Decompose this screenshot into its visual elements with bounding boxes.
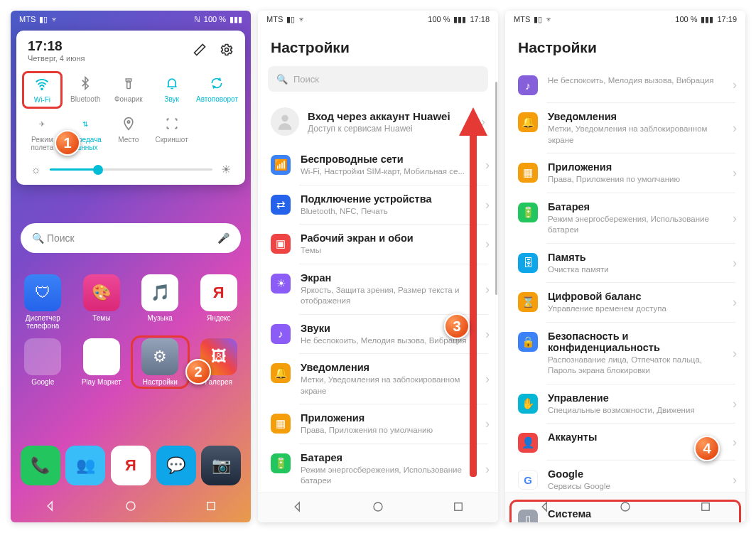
app-themes[interactable]: 🎨Темы — [75, 274, 129, 330]
chevron-right-icon: › — [482, 327, 490, 342]
dock-camera[interactable]: 📷 — [201, 446, 241, 485]
app-phone-manager[interactable]: 🛡Диспетчер телефона — [16, 274, 70, 330]
wifi-icon: ᯤ — [546, 15, 554, 23]
qs-flashlight[interactable]: Фонарик — [108, 71, 148, 109]
brightness-low-icon: ☼ — [31, 163, 41, 176]
row-subtitle: Системная навигация, Обновление ПО, О те… — [548, 521, 720, 522]
data-icon: ⇅ — [77, 116, 93, 131]
brightness-slider[interactable]: ☼ ☀ — [22, 156, 239, 179]
app-yandex[interactable]: ЯЯндекс — [193, 274, 246, 330]
qs-bluetooth[interactable]: Bluetooth — [65, 71, 106, 109]
chevron-right-icon: › — [730, 121, 737, 136]
chevron-right-icon: › — [482, 372, 490, 387]
row-subtitle: Не беспокоить, Мелодия вызова, Вибрация — [548, 75, 720, 87]
qs-sound[interactable]: Звук — [151, 71, 192, 109]
app-play-market[interactable]: ▶Play Маркет — [75, 338, 129, 386]
settings-row[interactable]: ▣Рабочий экран и обоиТемы› — [258, 225, 498, 264]
chevron-right-icon: › — [730, 256, 737, 271]
qs-label: Место — [118, 136, 139, 144]
nav-home[interactable] — [124, 500, 137, 515]
dock-messages[interactable]: 💬 — [156, 446, 196, 485]
row-title: Память — [548, 252, 720, 263]
qs-location[interactable]: Место — [108, 112, 148, 156]
mic-icon[interactable]: 🎤 — [217, 232, 230, 244]
nav-back[interactable] — [44, 500, 57, 515]
qs-screenshot[interactable]: Скриншот — [151, 112, 192, 156]
settings-row[interactable]: ▯СистемаСистемная навигация, Обновление … — [505, 500, 745, 522]
row-icon: G — [518, 470, 538, 490]
shade-date: Четверг, 4 июня — [28, 54, 85, 63]
gear-icon[interactable] — [220, 43, 234, 60]
battery-pct: 100 % — [428, 15, 450, 23]
app-music[interactable]: 🎵Музыка — [134, 274, 187, 330]
row-title: Беспроводные сети — [301, 154, 472, 165]
chevron-right-icon: › — [482, 158, 490, 173]
nav-home[interactable] — [372, 500, 384, 516]
screenshot-icon — [164, 116, 180, 131]
step-badge-3: 3 — [444, 313, 470, 339]
qs-label: Фонарик — [114, 95, 143, 103]
row-icon: ▦ — [518, 163, 538, 183]
row-title: Приложения — [301, 412, 472, 424]
settings-row[interactable]: 🔔УведомленияМетки, Уведомления на заблок… — [505, 103, 745, 154]
nav-recent[interactable] — [205, 500, 217, 515]
row-icon: 🔔 — [271, 363, 291, 383]
qs-wifi[interactable]: Wi-Fi — [22, 71, 63, 109]
page-title: Настройки — [505, 28, 745, 66]
status-bar: MTS ▮▯ ᯤ 100 % ▮▮▮ 17:18 — [258, 11, 498, 28]
battery-icon: ▮▮▮ — [230, 15, 242, 24]
row-icon: ▯ — [518, 510, 538, 522]
qs-empty — [195, 112, 239, 156]
app-settings[interactable]: ⚙Настройки — [134, 338, 187, 386]
row-title: Система — [548, 508, 720, 520]
settings-row[interactable]: 🔋БатареяРежим энергосбережения, Использо… — [258, 444, 498, 495]
row-subtitle: Wi-Fi, Настройки SIM-карт, Мобильная се.… — [301, 166, 472, 178]
row-subtitle: Bluetooth, NFC, Печать — [301, 206, 472, 217]
svg-rect-5 — [207, 502, 215, 510]
nav-recent[interactable] — [452, 500, 465, 516]
svg-point-3 — [127, 121, 129, 123]
qs-autorotate[interactable]: Автоповорот — [195, 71, 239, 109]
chevron-right-icon: › — [482, 282, 490, 297]
signal-icon: ▮▯ — [39, 15, 48, 24]
settings-row[interactable]: ▦ПриложенияПрава, Приложения по умолчани… — [505, 154, 745, 193]
battery-icon: ▮▮▮ — [453, 15, 466, 24]
row-title: Уведомления — [548, 111, 720, 122]
bell-icon — [164, 75, 180, 91]
svg-point-0 — [225, 48, 229, 51]
settings-row[interactable]: ▦ПриложенияПрава, Приложения по умолчани… — [258, 404, 498, 444]
dock-phone[interactable]: 📞 — [21, 446, 60, 485]
settings-row[interactable]: ☀ЭкранЯркость, Защита зрения, Размер тек… — [258, 264, 498, 315]
avatar-icon — [271, 107, 299, 136]
app-google-folder[interactable]: Google — [16, 338, 70, 386]
settings-row[interactable]: ✋УправлениеСпециальные возможности, Движ… — [505, 384, 745, 424]
scrollbar[interactable] — [495, 82, 497, 480]
signal-icon: ▮▯ — [534, 15, 542, 24]
svg-point-1 — [41, 88, 43, 90]
row-icon: 📶 — [271, 155, 291, 175]
carrier-label: MTS — [266, 15, 283, 23]
settings-row[interactable]: 🔒Безопасность и конфиденциальностьРаспоз… — [505, 323, 745, 384]
row-title: Батарея — [301, 452, 472, 463]
home-search[interactable]: 🔍 Поиск 🎤 — [21, 223, 241, 253]
chevron-right-icon: › — [730, 211, 737, 226]
edit-icon[interactable] — [193, 43, 207, 60]
settings-row[interactable]: 📶Беспроводные сетиWi-Fi, Настройки SIM-к… — [258, 146, 498, 185]
settings-row[interactable]: ⇄Подключение устройстваBluetooth, NFC, П… — [258, 185, 498, 225]
settings-row[interactable]: 🗄ПамятьОчистка памяти› — [505, 244, 745, 284]
settings-row[interactable]: ♪Не беспокоить, Мелодия вызова, Вибрация… — [505, 66, 745, 103]
clock: 17:18 — [470, 15, 490, 23]
dock-contacts[interactable]: 👥 — [65, 446, 105, 485]
dock-yandex[interactable]: Я — [111, 446, 151, 485]
row-icon: ☀ — [271, 274, 291, 294]
settings-row[interactable]: 🔔УведомленияМетки, Уведомления на заблок… — [258, 354, 498, 404]
row-subtitle: Режим энергосбережения, Использование ба… — [301, 465, 472, 487]
settings-row[interactable]: 🔋БатареяРежим энергосбережения, Использо… — [505, 193, 745, 244]
row-subtitle: Очистка памяти — [548, 264, 720, 276]
search-placeholder: Поиск — [293, 74, 319, 85]
search-input[interactable]: 🔍Поиск — [268, 66, 488, 92]
qs-label: Bluetooth — [70, 95, 100, 103]
nav-back[interactable] — [291, 500, 304, 516]
row-icon: 🔒 — [518, 332, 538, 352]
settings-row[interactable]: ⌛Цифровой балансУправление временем дост… — [505, 283, 745, 323]
